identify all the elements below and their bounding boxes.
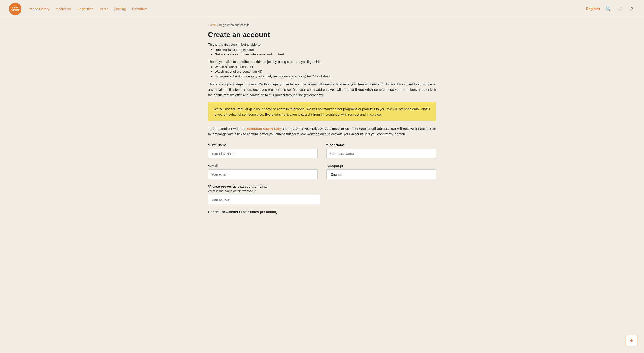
privacy-notice: We will not sell, rent, or give your nam… <box>208 102 436 122</box>
nav-music[interactable]: Music <box>100 7 108 11</box>
breadcrumb: Home » Register on our website <box>208 23 436 27</box>
page-title: Create an account <box>208 31 436 39</box>
nav-meditation[interactable]: Meditation <box>56 7 71 11</box>
last-name-label: *Last Name <box>326 143 436 147</box>
list-item: Watch all the past content <box>215 65 436 69</box>
email-language-row: *Email *Language English French Spanish … <box>208 164 436 179</box>
first-name-input[interactable] <box>208 149 318 158</box>
breadcrumb-home[interactable]: Home <box>208 23 216 27</box>
breadcrumb-separator: » <box>216 23 219 27</box>
main-content: Home » Register on our website Create an… <box>199 18 445 233</box>
last-name-input[interactable] <box>326 149 436 158</box>
first-name-label: *First Name <box>208 143 318 147</box>
language-select[interactable]: English French Spanish German Italian Po… <box>326 169 436 179</box>
list-item: Watch most of the content in 4K <box>215 70 436 73</box>
patron-intro: Then if you wish to contribute to this p… <box>208 60 436 64</box>
email-label: *Email <box>208 164 318 168</box>
list-item: Register for our newsletter <box>215 48 436 52</box>
human-label: *Please proves us that you are human <box>208 185 436 188</box>
gdpr-bold: you need to confirm your email adress <box>325 127 388 130</box>
list-item: Get notifications of new interviews and … <box>215 52 436 56</box>
breadcrumb-current: Register on our website <box>219 23 250 27</box>
nav-casting[interactable]: Casting <box>114 7 126 11</box>
search-button[interactable]: 🔍 <box>605 5 612 13</box>
human-answer-input[interactable] <box>208 195 320 204</box>
first-name-group: *First Name <box>208 143 318 158</box>
email-input[interactable] <box>208 169 318 179</box>
gdpr-paragraph: To be compliant with the European GDPR L… <box>208 126 436 137</box>
logo-line2: CHANGE <box>11 9 20 12</box>
site-header: INNER CHANGE Peace Library Meditation Sh… <box>0 0 644 18</box>
human-subtitle: What is the name of this website ? <box>208 189 436 193</box>
nav-short-films[interactable]: Short films <box>77 7 93 11</box>
help-button[interactable]: ? <box>628 5 635 13</box>
process-text-bold: if you wish so <box>355 88 378 92</box>
newsletter-section: General Newsletter (1 to 2 times per mon… <box>208 210 436 214</box>
gdpr-link[interactable]: European GDPR Law <box>246 127 281 130</box>
header-right: Register 🔍 → ? <box>586 5 635 13</box>
nav-peace-library[interactable]: Peace Library <box>28 7 50 11</box>
search-icon: 🔍 <box>606 6 611 12</box>
email-group: *Email <box>208 164 318 179</box>
gdpr-mid: and to protect your privacy, <box>281 127 325 130</box>
login-icon: → <box>618 6 622 12</box>
step1-list: Register for our newsletter Get notifica… <box>215 48 436 56</box>
header-left: INNER CHANGE Peace Library Meditation Sh… <box>9 3 148 15</box>
language-label: *Language <box>326 164 436 168</box>
language-group: *Language English French Spanish German … <box>326 164 436 179</box>
login-button[interactable]: → <box>616 5 624 13</box>
human-verify-section: *Please proves us that you are human Wha… <box>208 185 436 204</box>
logo-line1: INNER <box>12 7 18 9</box>
process-paragraph: This is a simple 2 steps process. On thi… <box>208 82 436 98</box>
nav-contribute[interactable]: Contribute <box>132 7 148 11</box>
intro-paragraph: This is the first step in being able to: <box>208 43 436 46</box>
gdpr-pre: To be compliant with the <box>208 127 246 130</box>
last-name-group: *Last Name <box>326 143 436 158</box>
register-button[interactable]: Register <box>586 7 600 11</box>
human-input-wrap <box>208 195 320 204</box>
list-item: Experience the documentary as a daily in… <box>215 74 436 78</box>
newsletter-label: General Newsletter (1 to 2 times per mon… <box>208 210 277 214</box>
site-logo[interactable]: INNER CHANGE <box>9 3 22 15</box>
step2-list: Watch all the past content Watch most of… <box>215 65 436 78</box>
main-nav: Peace Library Meditation Short films Mus… <box>28 7 148 11</box>
help-icon: ? <box>630 6 632 12</box>
name-row: *First Name *Last Name <box>208 143 436 158</box>
registration-form: *First Name *Last Name *Email *Language … <box>208 143 436 214</box>
